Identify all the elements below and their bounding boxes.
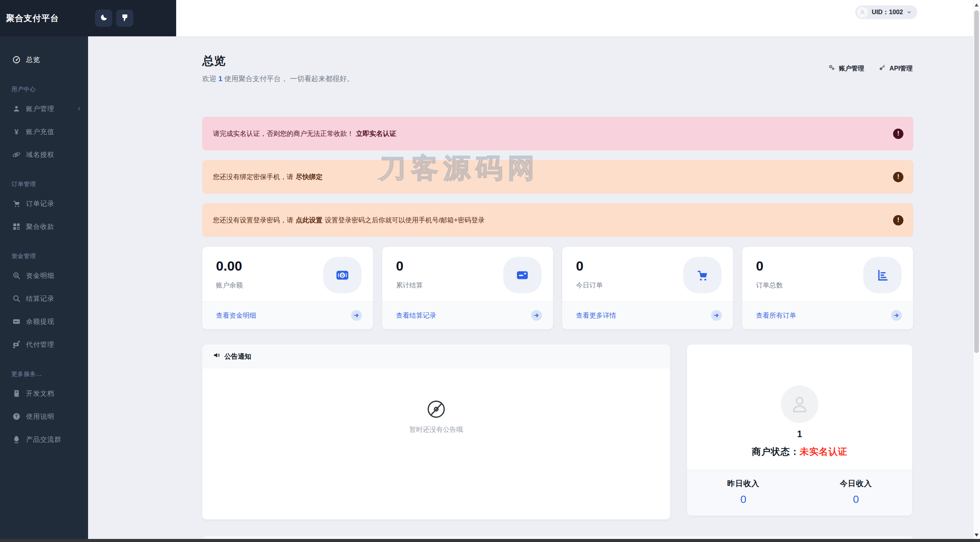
arrow-right-icon[interactable] (531, 310, 542, 321)
sidebar-item-label: 产品交流群 (26, 435, 62, 444)
sidebar-item-label: 聚合收款 (26, 222, 54, 231)
avatar-icon (857, 7, 868, 18)
chevron-left-icon (77, 106, 82, 111)
money-transfer-icon (12, 340, 21, 349)
sidebar-item-balance-withdrawal[interactable]: 余额提现 (0, 310, 88, 333)
sidebar-section-user-center: 用户中心 (0, 83, 88, 95)
announcement-header: 公告通知 (202, 344, 670, 368)
disc-slash-icon (427, 400, 446, 419)
arrow-right-icon[interactable] (891, 310, 902, 321)
api-management-link[interactable]: API管理 (879, 64, 913, 73)
browser-e-icon: e (12, 150, 21, 159)
sidebar-item-label: 结算记录 (26, 294, 54, 303)
today-income: 今日收入 0 (800, 470, 912, 516)
arrow-right-icon[interactable] (711, 310, 722, 321)
moon-icon (100, 13, 108, 23)
announcement-empty-text: 暂时还没有公告哦 (409, 425, 463, 434)
card-footer-link[interactable]: 查看资金明细 (216, 311, 256, 320)
alert-set-password: 您还没有设置登录密码，请 点此设置 设置登录密码之后你就可以使用手机号/邮箱+密… (202, 203, 913, 237)
credit-card-icon (503, 257, 542, 293)
stat-label: 订单总数 (756, 281, 783, 290)
page-scrollbar[interactable] (973, 0, 980, 542)
sidebar-item-label: 代付管理 (26, 340, 54, 349)
sidebar-item-domain-authorization[interactable]: e 域名授权 (0, 143, 88, 166)
svg-text:0: 0 (341, 273, 344, 278)
alert-bind-phone: 您还没有绑定密保手机，请 尽快绑定 ! (202, 160, 913, 194)
stat-label: 今日订单 (576, 281, 603, 290)
sidebar-item-account-management[interactable]: 账户管理 (0, 97, 88, 120)
search-dollar-icon: $ (12, 271, 21, 280)
alert-text: 您还没有设置登录密码，请 (213, 215, 293, 225)
sidebar-item-label: 余额提现 (26, 317, 54, 326)
scrollbar-thumb[interactable] (974, 10, 979, 353)
sidebar-item-usage-instructions[interactable]: ? 使用说明 (0, 405, 88, 428)
stat-cards: 0.00 账户余额 0 查看资金明细 0 累计结算 (202, 247, 913, 329)
sidebar-section-more-services: 更多服务... (0, 368, 88, 380)
alert-action-link[interactable]: 立即实名认证 (356, 129, 396, 138)
arrow-right-icon[interactable] (351, 310, 362, 321)
stat-card-total-orders: 0 订单总数 查看所有订单 (742, 247, 913, 329)
user-icon (12, 104, 21, 113)
yesterday-income: 昨日收入 0 (687, 470, 800, 516)
bottom-dark-strip (0, 539, 980, 542)
sidebar-section-order-management: 订单管理 (0, 178, 88, 190)
merchant-status-value: 未实名认证 (800, 446, 847, 457)
stat-card-balance: 0.00 账户余额 0 查看资金明细 (202, 247, 373, 329)
sidebar-item-order-records[interactable]: 订单记录 (0, 192, 88, 215)
yen-icon: ¥ (12, 127, 21, 136)
welcome-text: 欢迎 1 使用聚合支付平台， 一切看起来都很好。 (202, 74, 913, 83)
brush-icon (121, 13, 129, 23)
gears-icon (828, 64, 835, 73)
income-value: 0 (800, 493, 912, 506)
sidebar-item-label: 域名授权 (26, 150, 54, 159)
svg-text:e: e (15, 152, 18, 158)
sidebar-item-funds-detail[interactable]: $ 资金明细 (0, 264, 88, 287)
alert-action-link[interactable]: 尽快绑定 (296, 172, 322, 181)
app-title: 聚合支付平台 (6, 13, 59, 24)
sidebar-item-overview[interactable]: 总览 (0, 48, 88, 71)
sidebar-item-developer-docs[interactable]: 开发文档 (0, 382, 88, 405)
theme-button[interactable] (116, 10, 133, 27)
card-footer-link[interactable]: 查看结算记录 (396, 311, 436, 320)
card-footer-link[interactable]: 查看所有订单 (756, 311, 796, 320)
uid-dropdown[interactable]: UID：1002 (855, 5, 917, 19)
income-label: 今日收入 (800, 478, 912, 489)
top-bar: UID：1002 (176, 0, 980, 36)
income-value: 0 (687, 493, 800, 506)
quick-link-label: API管理 (889, 64, 913, 73)
chevron-down-icon (906, 10, 912, 15)
dark-mode-button[interactable] (95, 10, 112, 27)
card-footer-link[interactable]: 查看更多详情 (576, 311, 616, 320)
sidebar-item-label: 账户充值 (26, 127, 54, 136)
merchant-income-footer: 昨日收入 0 今日收入 0 (687, 470, 912, 516)
sidebar-item-payout-management[interactable]: 代付管理 (0, 333, 88, 356)
exclamation-icon: ! (893, 215, 903, 225)
scrollbar-up-arrow[interactable] (975, 3, 978, 7)
announcement-title: 公告通知 (224, 352, 251, 361)
sidebar-item-label: 订单记录 (26, 199, 54, 208)
stat-label: 账户余额 (216, 281, 243, 290)
sidebar-item-aggregate-collection[interactable]: 聚合收款 (0, 215, 88, 238)
exclamation-icon: ! (893, 172, 903, 182)
credit-card-icon (12, 317, 21, 326)
scrollbar-down-arrow[interactable] (975, 534, 978, 537)
stat-card-settlement: 0 累计结算 查看结算记录 (382, 247, 553, 329)
sidebar-item-account-recharge[interactable]: ¥ 账户充值 (0, 120, 88, 143)
bar-chart-icon (863, 257, 901, 293)
alert-text: 您还没有绑定密保手机，请 (213, 172, 293, 181)
welcome-user-id: 1 (218, 75, 222, 83)
sidebar-item-product-group[interactable]: 产品交流群 (0, 428, 88, 451)
brand-bar: 聚合支付平台 (0, 0, 176, 36)
alert-action-link[interactable]: 点此设置 (296, 215, 322, 225)
alert-stack: 请完成实名认证，否则您的商户无法正常收款！ 立即实名认证 ! 您还没有绑定密保手… (202, 117, 913, 237)
sidebar-section-funds-management: 资金管理 (0, 250, 88, 262)
announcement-body: 暂时还没有公告哦 (202, 368, 670, 434)
alert-realname-verification: 请完成实名认证，否则您的商户无法正常收款！ 立即实名认证 ! (202, 117, 913, 150)
sidebar-item-settlement-records[interactable]: 结算记录 (0, 287, 88, 310)
stat-card-today-orders: 0 今日订单 查看更多详情 (562, 247, 733, 329)
account-management-link[interactable]: 账户管理 (828, 64, 864, 73)
sidebar-item-label: 账户管理 (26, 104, 54, 113)
sidebar-item-label: 使用说明 (26, 412, 54, 421)
main-content: 刀客源码网 总览 欢迎 1 使用聚合支付平台， 一切看起来都很好。 账户管理 A… (88, 36, 980, 542)
alert-text-suffix: 设置登录密码之后你就可以使用手机号/邮箱+密码登录 (325, 215, 485, 225)
